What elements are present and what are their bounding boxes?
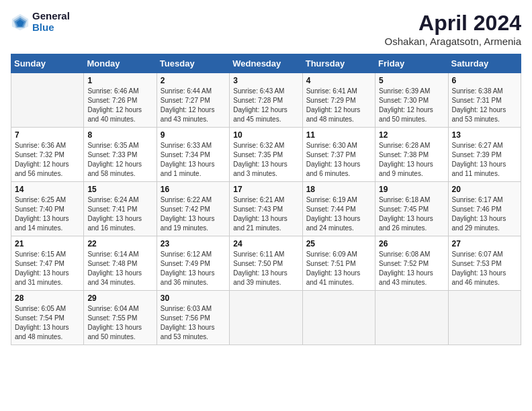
week-row-0: 1 Sunrise: 6:46 AMSunset: 7:26 PMDayligh…	[11, 73, 521, 128]
calendar-header: SundayMondayTuesdayWednesdayThursdayFrid…	[11, 54, 521, 73]
day-info: Sunrise: 6:30 AMSunset: 7:37 PMDaylight:…	[306, 141, 371, 179]
calendar-cell: 30 Sunrise: 6:03 AMSunset: 7:56 PMDaylig…	[157, 291, 229, 345]
header-day-thursday: Thursday	[302, 54, 375, 73]
calendar-cell: 24 Sunrise: 6:11 AMSunset: 7:50 PMDaylig…	[230, 236, 302, 291]
day-number: 5	[379, 76, 444, 85]
day-number: 16	[161, 185, 226, 194]
day-number: 26	[379, 239, 444, 248]
subtitle: Oshakan, Aragatsotn, Armenia	[385, 36, 521, 47]
header-day-saturday: Saturday	[448, 54, 521, 73]
calendar-cell: 25 Sunrise: 6:09 AMSunset: 7:51 PMDaylig…	[302, 236, 375, 291]
calendar-cell: 17 Sunrise: 6:21 AMSunset: 7:43 PMDaylig…	[230, 182, 302, 236]
calendar-cell: 21 Sunrise: 6:15 AMSunset: 7:47 PMDaylig…	[11, 236, 84, 291]
calendar-cell: 13 Sunrise: 6:27 AMSunset: 7:39 PMDaylig…	[448, 128, 521, 182]
header: General Blue April 2024 Oshakan, Aragats…	[11, 11, 521, 47]
day-number: 14	[15, 185, 80, 194]
week-row-3: 21 Sunrise: 6:15 AMSunset: 7:47 PMDaylig…	[11, 236, 521, 291]
day-number: 27	[452, 239, 517, 248]
day-info: Sunrise: 6:08 AMSunset: 7:52 PMDaylight:…	[379, 250, 444, 287]
day-number: 30	[161, 293, 226, 303]
day-number: 22	[87, 239, 152, 248]
day-number: 10	[233, 130, 298, 140]
day-number: 11	[306, 130, 371, 140]
day-info: Sunrise: 6:39 AMSunset: 7:30 PMDaylight:…	[379, 87, 444, 124]
day-info: Sunrise: 6:12 AMSunset: 7:49 PMDaylight:…	[161, 250, 226, 287]
header-day-wednesday: Wednesday	[230, 54, 302, 73]
logo-text: General Blue	[32, 11, 70, 33]
day-number: 8	[87, 130, 152, 140]
day-number: 12	[379, 130, 444, 140]
logo-blue: Blue	[32, 22, 70, 34]
day-number: 1	[87, 76, 152, 85]
day-info: Sunrise: 6:03 AMSunset: 7:56 PMDaylight:…	[161, 304, 226, 342]
calendar-cell: 15 Sunrise: 6:24 AMSunset: 7:41 PMDaylig…	[84, 182, 157, 236]
day-info: Sunrise: 6:44 AMSunset: 7:27 PMDaylight:…	[161, 87, 226, 124]
logo-general: General	[32, 11, 70, 22]
calendar-cell: 2 Sunrise: 6:44 AMSunset: 7:27 PMDayligh…	[157, 73, 229, 128]
calendar-table: SundayMondayTuesdayWednesdayThursdayFrid…	[11, 54, 521, 345]
day-number: 13	[452, 130, 517, 140]
calendar-cell	[11, 73, 84, 128]
calendar-cell	[230, 291, 302, 345]
week-row-2: 14 Sunrise: 6:25 AMSunset: 7:40 PMDaylig…	[11, 182, 521, 236]
day-number: 18	[306, 185, 371, 194]
day-number: 3	[233, 76, 298, 85]
day-info: Sunrise: 6:15 AMSunset: 7:47 PMDaylight:…	[15, 250, 80, 287]
day-info: Sunrise: 6:46 AMSunset: 7:26 PMDaylight:…	[87, 87, 152, 124]
logo: General Blue	[11, 11, 70, 33]
day-number: 29	[87, 293, 152, 303]
day-info: Sunrise: 6:24 AMSunset: 7:41 PMDaylight:…	[87, 195, 152, 233]
day-info: Sunrise: 6:09 AMSunset: 7:51 PMDaylight:…	[306, 250, 371, 287]
week-row-1: 7 Sunrise: 6:36 AMSunset: 7:32 PMDayligh…	[11, 128, 521, 182]
day-number: 21	[15, 239, 80, 248]
day-info: Sunrise: 6:21 AMSunset: 7:43 PMDaylight:…	[233, 195, 298, 233]
day-info: Sunrise: 6:07 AMSunset: 7:53 PMDaylight:…	[452, 250, 517, 287]
day-number: 6	[452, 76, 517, 85]
day-info: Sunrise: 6:17 AMSunset: 7:46 PMDaylight:…	[452, 195, 517, 233]
day-info: Sunrise: 6:22 AMSunset: 7:42 PMDaylight:…	[161, 195, 226, 233]
day-number: 4	[306, 76, 371, 85]
calendar-cell: 12 Sunrise: 6:28 AMSunset: 7:38 PMDaylig…	[375, 128, 448, 182]
calendar-cell	[302, 291, 375, 345]
day-info: Sunrise: 6:27 AMSunset: 7:39 PMDaylight:…	[452, 141, 517, 179]
calendar-cell: 14 Sunrise: 6:25 AMSunset: 7:40 PMDaylig…	[11, 182, 84, 236]
header-day-sunday: Sunday	[11, 54, 84, 73]
calendar-cell: 29 Sunrise: 6:04 AMSunset: 7:55 PMDaylig…	[84, 291, 157, 345]
day-number: 15	[87, 185, 152, 194]
calendar-cell: 18 Sunrise: 6:19 AMSunset: 7:44 PMDaylig…	[302, 182, 375, 236]
calendar-cell: 8 Sunrise: 6:35 AMSunset: 7:33 PMDayligh…	[84, 128, 157, 182]
day-info: Sunrise: 6:38 AMSunset: 7:31 PMDaylight:…	[452, 87, 517, 124]
logo-icon	[11, 13, 30, 32]
day-info: Sunrise: 6:19 AMSunset: 7:44 PMDaylight:…	[306, 195, 371, 233]
day-number: 19	[379, 185, 444, 194]
day-info: Sunrise: 6:25 AMSunset: 7:40 PMDaylight:…	[15, 195, 80, 233]
header-row: SundayMondayTuesdayWednesdayThursdayFrid…	[11, 54, 521, 73]
calendar-cell: 1 Sunrise: 6:46 AMSunset: 7:26 PMDayligh…	[84, 73, 157, 128]
header-day-monday: Monday	[84, 54, 157, 73]
header-day-friday: Friday	[375, 54, 448, 73]
calendar-cell: 6 Sunrise: 6:38 AMSunset: 7:31 PMDayligh…	[448, 73, 521, 128]
day-info: Sunrise: 6:18 AMSunset: 7:45 PMDaylight:…	[379, 195, 444, 233]
calendar-cell: 3 Sunrise: 6:43 AMSunset: 7:28 PMDayligh…	[230, 73, 302, 128]
day-number: 9	[161, 130, 226, 140]
calendar-cell: 22 Sunrise: 6:14 AMSunset: 7:48 PMDaylig…	[84, 236, 157, 291]
day-info: Sunrise: 6:04 AMSunset: 7:55 PMDaylight:…	[87, 304, 152, 342]
day-number: 28	[15, 293, 80, 303]
week-row-4: 28 Sunrise: 6:05 AMSunset: 7:54 PMDaylig…	[11, 291, 521, 345]
calendar-cell: 16 Sunrise: 6:22 AMSunset: 7:42 PMDaylig…	[157, 182, 229, 236]
calendar-cell: 10 Sunrise: 6:32 AMSunset: 7:35 PMDaylig…	[230, 128, 302, 182]
day-info: Sunrise: 6:28 AMSunset: 7:38 PMDaylight:…	[379, 141, 444, 179]
calendar-cell: 20 Sunrise: 6:17 AMSunset: 7:46 PMDaylig…	[448, 182, 521, 236]
day-number: 23	[161, 239, 226, 248]
calendar-cell	[448, 291, 521, 345]
day-number: 17	[233, 185, 298, 194]
calendar-cell	[375, 291, 448, 345]
calendar-cell: 7 Sunrise: 6:36 AMSunset: 7:32 PMDayligh…	[11, 128, 84, 182]
day-info: Sunrise: 6:36 AMSunset: 7:32 PMDaylight:…	[15, 141, 80, 179]
calendar-cell: 4 Sunrise: 6:41 AMSunset: 7:29 PMDayligh…	[302, 73, 375, 128]
calendar-cell: 27 Sunrise: 6:07 AMSunset: 7:53 PMDaylig…	[448, 236, 521, 291]
day-number: 7	[15, 130, 80, 140]
calendar-cell: 19 Sunrise: 6:18 AMSunset: 7:45 PMDaylig…	[375, 182, 448, 236]
title-area: April 2024 Oshakan, Aragatsotn, Armenia	[385, 11, 521, 47]
day-number: 20	[452, 185, 517, 194]
